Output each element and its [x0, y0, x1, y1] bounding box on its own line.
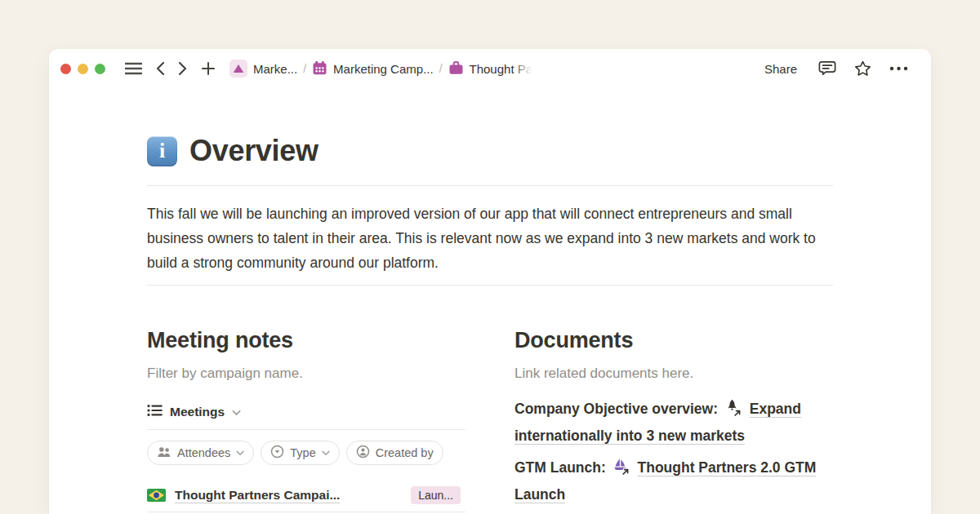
more-options-icon[interactable] [886, 63, 911, 74]
divider [147, 185, 833, 186]
page-title-row: i Overview [147, 134, 882, 168]
back-icon[interactable] [152, 58, 168, 79]
fade-overlay [443, 441, 490, 465]
person-circle-icon [356, 445, 370, 461]
chevron-down-icon [236, 450, 244, 456]
filter-label: Attendees [177, 446, 230, 459]
breadcrumb-separator: / [439, 62, 443, 75]
breadcrumb-label: Marke... [253, 62, 297, 76]
documents-heading: Documents [514, 328, 833, 353]
new-page-plus-icon[interactable] [198, 58, 219, 79]
breadcrumb-item-workspace[interactable]: Marke... [225, 57, 301, 80]
filter-created-by-chip[interactable]: Created by [346, 441, 443, 465]
filter-bar: Attendees Type [147, 441, 490, 465]
breadcrumb-label: Marketing Camp... [333, 62, 434, 76]
meetings-list: Thought Partners Campai... Laun... T [147, 481, 466, 514]
workspace-triangle-icon [229, 60, 247, 78]
minimize-window-button[interactable] [78, 64, 88, 74]
breadcrumb-label: Thought Pa [470, 62, 533, 76]
sailboat-icon [612, 457, 631, 474]
divider [147, 285, 833, 286]
briefcase-icon [448, 60, 464, 78]
filter-type-chip[interactable]: Type [261, 441, 339, 465]
meeting-notes-column: Meeting notes Filter by campaign name. M… [147, 328, 466, 514]
rocket-icon [724, 398, 743, 415]
window-topbar: Marke... / Marketing Camp... / [49, 49, 931, 88]
filter-label: Created by [376, 446, 434, 459]
filter-label: Type [290, 446, 315, 459]
meeting-title-link[interactable]: Thought Partners Campai... [175, 488, 340, 503]
close-window-button[interactable] [60, 64, 71, 74]
document-label: GTM Launch: [514, 459, 606, 476]
zoom-window-button[interactable] [95, 64, 105, 74]
meetings-view-dropdown[interactable]: Meetings [147, 402, 241, 422]
chevron-down-icon [322, 450, 330, 456]
breadcrumb-item-marketing-campaigns[interactable]: Marketing Camp... [308, 58, 438, 80]
window-controls [60, 64, 105, 74]
notion-window: Marke... / Marketing Camp... / [49, 49, 931, 514]
forward-icon[interactable] [175, 58, 191, 79]
filter-attendees-chip[interactable]: Attendees [147, 441, 254, 465]
document-label: Company Objective overview: [514, 401, 718, 417]
calendar-icon [312, 60, 327, 78]
comments-icon[interactable] [815, 57, 840, 80]
campaign-tag: Laun... [411, 486, 461, 504]
intro-paragraph: This fall we will be launching an improv… [147, 202, 833, 275]
breadcrumb-separator: / [303, 62, 306, 75]
meeting-notes-caption: Filter by campaign name. [147, 366, 466, 382]
list-view-icon [147, 404, 163, 420]
share-button[interactable]: Share [758, 59, 804, 79]
chevron-down-icon [232, 405, 241, 419]
meeting-row[interactable]: Thought Partners Campai... Laun... [147, 481, 466, 510]
document-link-line: GTM Launch: Thought Partners 2.0 GTM Lau… [514, 454, 833, 508]
document-link-line: Company Objective overview: Ex [514, 396, 833, 450]
people-icon [157, 446, 172, 460]
sidebar-menu-icon[interactable] [122, 59, 145, 78]
page-title: Overview [189, 134, 318, 168]
information-emoji: i [147, 136, 177, 166]
meeting-notes-heading: Meeting notes [147, 328, 466, 353]
breadcrumb-item-thought-partners[interactable]: Thought Pa [444, 58, 537, 80]
divider [147, 429, 466, 430]
view-label: Meetings [170, 405, 225, 419]
divider [147, 512, 466, 512]
documents-column: Documents Link related documents here. C… [514, 328, 833, 514]
page-content: i Overview This fall we will be launchin… [49, 88, 931, 514]
select-circle-icon [270, 445, 284, 461]
documents-caption: Link related documents here. [514, 366, 833, 382]
brazil-flag-icon [147, 489, 166, 502]
favorite-star-icon[interactable] [851, 57, 875, 80]
